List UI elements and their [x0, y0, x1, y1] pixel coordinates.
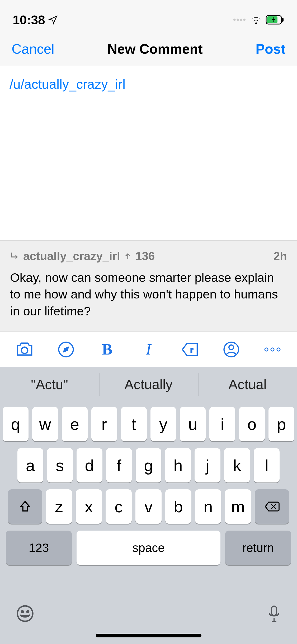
- suggestion-1[interactable]: Actually: [99, 367, 198, 402]
- quoted-meta: actually_crazy_irl 136 2h: [10, 250, 287, 263]
- wifi-icon: [250, 15, 262, 25]
- format-toolbar: B I r: [0, 332, 297, 367]
- key-z[interactable]: z: [46, 489, 72, 524]
- tag-icon: r: [181, 342, 199, 357]
- key-f[interactable]: f: [106, 448, 132, 482]
- key-x[interactable]: x: [76, 489, 102, 524]
- key-o[interactable]: o: [239, 407, 265, 441]
- key-s[interactable]: s: [47, 448, 73, 482]
- cancel-button[interactable]: Cancel: [12, 41, 54, 57]
- key-h[interactable]: h: [165, 448, 191, 482]
- backspace-key[interactable]: [255, 489, 289, 524]
- key-k[interactable]: k: [224, 448, 250, 482]
- shift-key[interactable]: [8, 489, 42, 524]
- page-title: New Comment: [107, 41, 203, 57]
- keyboard-row-4: 123 space return: [3, 531, 294, 565]
- svg-rect-1: [282, 18, 284, 22]
- location-icon: [48, 15, 58, 25]
- key-e[interactable]: e: [62, 407, 88, 441]
- emoji-button[interactable]: [16, 604, 34, 624]
- nav-bar: Cancel New Comment Post: [0, 32, 297, 66]
- key-j[interactable]: j: [195, 448, 220, 482]
- keyboard-row-3: z x c v b n m: [3, 489, 294, 524]
- quoted-body: Okay, now can someone smarter please exp…: [10, 269, 287, 319]
- svg-point-3: [21, 347, 28, 353]
- microphone-icon: [267, 604, 281, 624]
- signal-dots-icon: ••••: [233, 15, 246, 24]
- key-m[interactable]: m: [225, 489, 251, 524]
- key-i[interactable]: i: [209, 407, 235, 441]
- reply-arrow-icon: [10, 251, 20, 261]
- user-button[interactable]: [219, 338, 243, 361]
- home-indicator[interactable]: [96, 634, 201, 637]
- key-l[interactable]: l: [254, 448, 280, 482]
- quoted-upvotes: 136: [135, 250, 155, 263]
- key-c[interactable]: c: [106, 489, 132, 524]
- compass-icon: [57, 341, 75, 358]
- svg-text:r: r: [191, 346, 193, 354]
- key-v[interactable]: v: [135, 489, 162, 524]
- space-key[interactable]: space: [77, 531, 220, 565]
- key-d[interactable]: d: [77, 448, 102, 482]
- backspace-icon: [264, 501, 280, 512]
- tag-button[interactable]: r: [178, 338, 202, 361]
- keyboard-row-1: q w e r t y u i o p: [3, 407, 294, 441]
- status-left: 10:38: [13, 13, 58, 27]
- key-g[interactable]: g: [136, 448, 162, 482]
- key-p[interactable]: p: [268, 407, 294, 441]
- svg-point-10: [277, 348, 280, 351]
- shift-icon: [18, 500, 32, 513]
- svg-point-13: [27, 611, 29, 613]
- suggestion-2[interactable]: Actual: [198, 367, 297, 402]
- person-circle-icon: [223, 341, 240, 358]
- svg-point-7: [229, 345, 234, 350]
- svg-point-9: [271, 348, 274, 351]
- bold-button[interactable]: B: [95, 338, 119, 361]
- key-r[interactable]: r: [91, 407, 117, 441]
- status-right: ••••: [233, 15, 284, 25]
- camera-icon: [15, 342, 34, 357]
- svg-point-12: [21, 611, 23, 613]
- key-w[interactable]: w: [32, 407, 58, 441]
- key-q[interactable]: q: [3, 407, 29, 441]
- keyboard: q w e r t y u i o p a s d f g h j k l z …: [0, 402, 297, 596]
- svg-point-8: [265, 348, 268, 351]
- post-button[interactable]: Post: [256, 41, 285, 57]
- more-icon: [263, 347, 282, 352]
- battery-charging-icon: [266, 15, 284, 24]
- camera-button[interactable]: [13, 338, 36, 361]
- more-button[interactable]: [261, 338, 284, 361]
- key-u[interactable]: u: [180, 407, 206, 441]
- svg-point-11: [17, 606, 33, 621]
- key-b[interactable]: b: [165, 489, 191, 524]
- emoji-icon: [16, 604, 34, 623]
- keyboard-suggestions: "Actu" Actually Actual: [0, 367, 297, 402]
- status-bar: 10:38 ••••: [0, 0, 297, 32]
- dictation-button[interactable]: [267, 604, 281, 625]
- keyboard-row-2: a s d f g h j k l: [3, 448, 294, 482]
- quoted-age: 2h: [274, 250, 287, 263]
- status-time: 10:38: [13, 13, 45, 27]
- upvote-arrow-icon: [124, 252, 132, 260]
- composer-area[interactable]: /u/actually_crazy_irl: [0, 66, 297, 241]
- numbers-key[interactable]: 123: [6, 531, 72, 565]
- italic-button[interactable]: I: [137, 338, 161, 361]
- svg-rect-14: [272, 606, 276, 616]
- return-key[interactable]: return: [225, 531, 291, 565]
- key-a[interactable]: a: [17, 448, 43, 482]
- safari-button[interactable]: [54, 338, 78, 361]
- key-t[interactable]: t: [121, 407, 147, 441]
- quoted-author: actually_crazy_irl: [23, 250, 120, 263]
- mention-text[interactable]: /u/actually_crazy_irl: [10, 77, 125, 92]
- key-y[interactable]: y: [150, 407, 176, 441]
- suggestion-0[interactable]: "Actu": [0, 367, 99, 402]
- quoted-comment: actually_crazy_irl 136 2h Okay, now can …: [0, 241, 297, 332]
- key-n[interactable]: n: [195, 489, 221, 524]
